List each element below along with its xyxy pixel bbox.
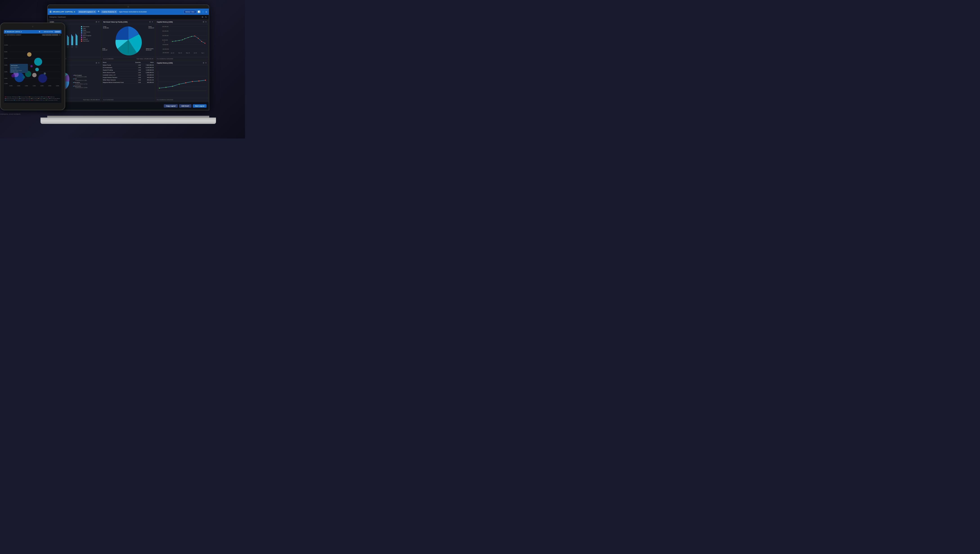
row-quantity: 1.00 [132, 64, 142, 66]
table-header-row: Name Quantity Value [102, 61, 154, 64]
svg-point-73 [199, 80, 200, 81]
tablet-nav-right: ⊞ 👤 JOHN KEYSTONE LOGOUT [39, 31, 60, 33]
row-quantity: 1.00 [132, 74, 142, 77]
svg-point-74 [205, 80, 206, 81]
legend-label-equity: Equity [83, 29, 86, 31]
legend-text-consumer-disc: Consumer Discretionary [31, 96, 40, 97]
laptop-hinge [47, 116, 209, 118]
col-header-value: Value [142, 61, 154, 64]
svg-point-104 [32, 73, 37, 77]
svg-text:May 19: May 19 [186, 52, 190, 54]
chart-icon[interactable]: 📊 [197, 11, 200, 13]
legend-dot-cash [81, 28, 82, 29]
legend-line-telecom [5, 98, 6, 99]
legend-text-financials: Financials [43, 96, 47, 97]
sub-nav-bar: Enterprise / Dashboard ⚙ ↻ [48, 15, 209, 19]
tablet-logout-button[interactable]: LOGOUT [54, 31, 60, 33]
dashboard-grid: (USD) ⚙ ✕ [48, 19, 209, 102]
pie-chart-widget: Net Asset Value by Family (USD) ⚙ ✕ [102, 20, 155, 61]
pie-label-payne: Payne 66,168,457 [148, 26, 154, 29]
client-selector[interactable]: Briarcliff Capital II ▾ [78, 10, 96, 13]
dropdown-chevron-icon: ▾ [94, 11, 95, 13]
row-value: 515,000.00 [142, 74, 154, 77]
nav-right-controls: Advisor View 📊 👤 ⎋ [184, 10, 207, 13]
svg-point-52 [194, 35, 195, 37]
tablet-user-icon[interactable]: 👤 [41, 31, 43, 33]
legend-line-consumer-staples [18, 97, 20, 97]
svg-text:-2.00%: -2.00% [4, 83, 8, 84]
pie-chart-close-icon[interactable]: ✕ [152, 21, 153, 23]
svg-point-47 [179, 40, 180, 41]
tablet-hamburger-icon[interactable]: ☰ [5, 31, 6, 33]
legend-line-industrials [31, 98, 33, 99]
svg-text:0.00%: 0.00% [10, 85, 13, 86]
svg-point-69 [172, 86, 173, 87]
advisor-view-button[interactable]: Advisor View [184, 10, 196, 13]
legend-label-alternatives: Alternatives [83, 26, 89, 27]
bar-chart-expand-icon[interactable]: ⚙ [95, 21, 97, 23]
svg-point-50 [188, 37, 189, 38]
positions-table-body: Quiver Funds 1.00 7,362,050.00 G2 Invest… [102, 64, 154, 84]
positions-table-widget: Top 25 Positions by Asset Category - Alt… [102, 61, 155, 101]
user-icon[interactable]: 👤 [202, 11, 204, 13]
logout-icon[interactable]: ⎋ [206, 11, 207, 13]
legend-telecom: Telecommunication Services [5, 98, 18, 99]
line-chart-expand-icon[interactable]: ⚙ [203, 21, 204, 23]
legend-text-etf: ETF-Emerging Market [51, 98, 60, 99]
legend-energy: Energy [43, 98, 48, 99]
table-row: Purple Panther Partners 1.00 420,000.00 [102, 77, 154, 79]
svg-text:3.00%: 3.00% [56, 85, 59, 86]
legend-label-other: Other [83, 37, 86, 38]
svg-text:6.00%: 6.00% [4, 58, 8, 59]
svg-text:200,000,000: 200,000,000 [162, 26, 169, 27]
legend-text-industrials: Industrials [33, 98, 37, 99]
table-row: Magenta Moose Investments Fund 1.00 400,… [102, 81, 154, 84]
legend-fixed-income: Fixed Income [81, 31, 100, 33]
add-insert-button[interactable]: Add Insert [179, 104, 191, 108]
svg-text:1.50%: 1.50% [33, 85, 36, 86]
legend-utilities: Utilities [38, 98, 43, 99]
svg-rect-14 [67, 35, 67, 45]
legend-label-none: None Assigned [83, 35, 91, 36]
svg-point-71 [185, 82, 186, 83]
user-selector[interactable]: Cathie Roberts ▾ [101, 10, 117, 13]
row-quantity: 1.00 [132, 66, 142, 69]
pie-chart-title: Net Asset Value by Family (USD) [103, 21, 127, 23]
search-icon[interactable]: 🔍 [98, 11, 100, 13]
legend-other: Other [81, 37, 100, 38]
pie-chart-expand-icon[interactable]: ⚙ [149, 21, 151, 23]
row-value: 4,198,500.00 [142, 69, 154, 71]
pie-chart-header: Net Asset Value by Family (USD) ⚙ ✕ [102, 20, 154, 24]
user-name: Cathie Roberts [102, 11, 114, 13]
legend-dot-equity [81, 30, 82, 31]
tablet-filter-icon[interactable]: ⊟ [59, 34, 60, 36]
settings-icon[interactable]: ⚙ [202, 16, 204, 18]
svg-point-103 [22, 76, 25, 78]
confidential-text: CONFIDENTIAL - DO NOT DISTRIBUTE [0, 113, 21, 115]
svg-text:Debt Securities: Debt Securities [11, 65, 18, 66]
refresh-icon[interactable]: ↻ [205, 16, 207, 18]
legend-text-real-estate: Real Estate [7, 96, 12, 97]
table-row: Quiver Funds 1.00 7,362,050.00 [102, 64, 154, 66]
row-name: Notch Anchor Funds [102, 71, 132, 74]
scatter2-close-icon[interactable]: ✕ [205, 62, 207, 64]
tablet-grid-icon[interactable]: ⊞ [39, 31, 40, 33]
copy-layout-button[interactable]: Copy Layout [164, 104, 178, 108]
donut-expand-icon[interactable]: ⚙ [95, 62, 97, 64]
scatter2-expand-icon[interactable]: ⚙ [203, 62, 204, 64]
line-chart-close-icon[interactable]: ✕ [205, 21, 207, 23]
col-header-name: Name [102, 61, 132, 64]
legend-label-cash: Cash [83, 28, 86, 29]
row-quantity: 1.00 [132, 69, 142, 71]
laptop-screen: ☰ 3RIARCLIFF CAPITAL II Briarcliff Capit… [48, 8, 209, 110]
scatter2-body [156, 65, 208, 98]
bar-chart-close-icon[interactable]: ✕ [98, 21, 100, 23]
hamburger-icon[interactable]: ☰ [49, 11, 52, 13]
legend-line-energy [43, 98, 45, 99]
donut-close-icon[interactable]: ✕ [98, 62, 100, 64]
save-layout-button[interactable]: Save Layout [193, 104, 207, 108]
svg-rect-21 [76, 35, 77, 45]
legend-line-real-estate [5, 97, 6, 97]
legend-label-personal: Personal [83, 38, 88, 40]
legend-line-financials [41, 97, 43, 97]
